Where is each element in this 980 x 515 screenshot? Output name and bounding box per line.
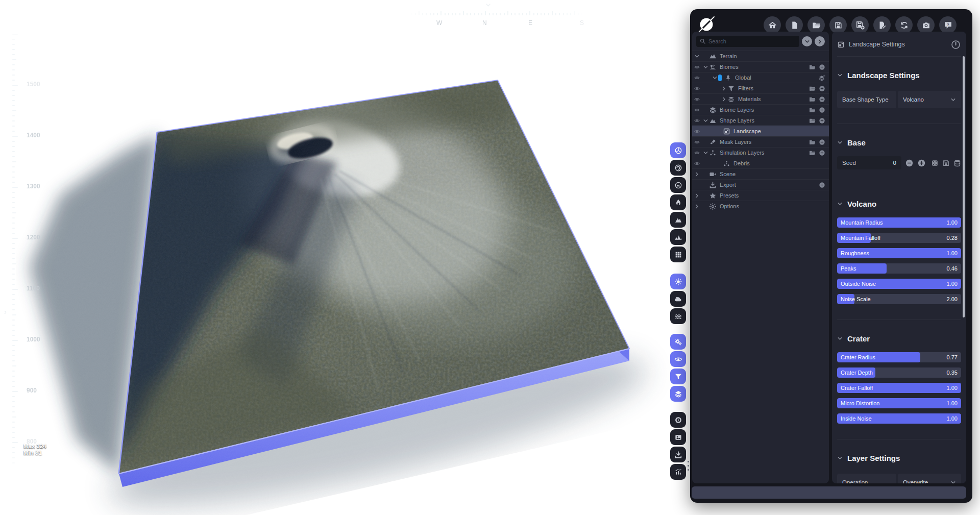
eye-toggle[interactable]: [692, 96, 702, 102]
panel-expand-chevron[interactable]: ›: [4, 307, 7, 316]
download-button[interactable]: [670, 447, 686, 462]
layers-add-button-icon[interactable]: [819, 75, 825, 81]
edit-file-button[interactable]: [873, 16, 891, 34]
save-button[interactable]: [829, 16, 847, 34]
folder-button-icon[interactable]: [809, 64, 816, 70]
panel-resize-handle[interactable]: [688, 461, 689, 471]
outliner-row-export[interactable]: Export: [692, 179, 829, 190]
view-wireframe-button[interactable]: [670, 160, 686, 176]
eye-toggle[interactable]: [692, 161, 702, 166]
outliner-row-scene[interactable]: Scene: [692, 168, 829, 179]
base-shape-type-dropdown[interactable]: Volcano: [898, 91, 961, 108]
seed-history-icon[interactable]: [953, 159, 961, 167]
filters-button[interactable]: [670, 369, 686, 384]
view-shaded-button[interactable]: [670, 142, 686, 158]
mountain-tool-button[interactable]: [670, 212, 686, 228]
chevron-slot[interactable]: [720, 96, 727, 102]
layers-button[interactable]: [670, 386, 686, 402]
screenshot-button[interactable]: [917, 16, 935, 34]
outliner-row-shape-layers[interactable]: Shape Layers: [692, 115, 829, 126]
operation-dropdown[interactable]: Overwrite: [898, 474, 961, 483]
save-seed-icon[interactable]: [942, 159, 950, 167]
home-button[interactable]: [764, 16, 781, 34]
outside-noise-slider[interactable]: Outside Noise1.00: [837, 279, 961, 289]
folder-button-icon[interactable]: [809, 85, 816, 92]
collapse-all-button[interactable]: [802, 36, 812, 46]
chevron-down-icon[interactable]: [837, 455, 843, 461]
outliner-row-debris[interactable]: Debris: [692, 158, 829, 168]
eye-toggle[interactable]: [692, 64, 702, 70]
folder-button-icon[interactable]: [809, 150, 816, 156]
chevron-slot[interactable]: [702, 150, 709, 156]
stats-button[interactable]: [670, 464, 686, 480]
snapshot-button[interactable]: [670, 429, 686, 445]
mountain-falloff-slider[interactable]: Mountain Falloff0.28: [837, 233, 961, 243]
decrement-button-icon[interactable]: [905, 159, 914, 167]
power-toggle-icon[interactable]: [950, 39, 961, 50]
add-button-icon[interactable]: [819, 96, 825, 103]
folder-button-icon[interactable]: [809, 117, 816, 124]
micro-distortion-slider[interactable]: Micro Distortion1.00: [837, 398, 961, 408]
add-button-icon[interactable]: [819, 107, 825, 113]
sun-toggle-button[interactable]: [670, 274, 686, 289]
randomize-icon[interactable]: [931, 159, 939, 167]
folder-button-icon[interactable]: [809, 96, 816, 103]
clouds-toggle-button[interactable]: [670, 291, 686, 307]
inspector-scrollbar[interactable]: [963, 56, 965, 317]
chevron-slot[interactable]: [702, 118, 709, 124]
add-button-icon[interactable]: [819, 117, 825, 124]
add-button-icon[interactable]: [819, 182, 825, 188]
outliner-row-simulation-layers[interactable]: Simulation Layers: [692, 147, 829, 158]
erosion-tool-button[interactable]: [670, 194, 686, 210]
help-button[interactable]: [939, 16, 957, 34]
folder-button-icon[interactable]: [809, 139, 816, 145]
outliner-row-presets[interactable]: Presets: [692, 190, 829, 201]
outliner-row-options[interactable]: Options: [692, 201, 829, 211]
inside-noise-slider[interactable]: Inside Noise1.00: [837, 413, 961, 424]
roughness-slider[interactable]: Roughness1.00: [837, 248, 961, 258]
eye-toggle[interactable]: [692, 75, 702, 81]
crater-radius-slider[interactable]: Crater Radius0.77: [837, 352, 961, 362]
noise-scale-slider[interactable]: Noise Scale2.00: [837, 294, 961, 304]
generators-button[interactable]: [670, 334, 686, 350]
eye-toggle[interactable]: [692, 107, 702, 113]
add-button-icon[interactable]: [819, 64, 825, 70]
search-next-button[interactable]: [815, 36, 825, 46]
add-button-icon[interactable]: [819, 150, 825, 156]
view-terrain-button[interactable]: [670, 177, 686, 193]
crater-depth-slider[interactable]: Crater Depth0.35: [837, 367, 961, 378]
outliner-row-materials[interactable]: Materials: [692, 93, 829, 104]
outliner-row-global[interactable]: Global: [692, 72, 829, 83]
water-toggle-button[interactable]: [670, 308, 686, 324]
chevron-slot[interactable]: [711, 75, 718, 81]
mountain-radius-slider[interactable]: Mountain Radius1.00: [837, 217, 961, 228]
crater-falloff-slider[interactable]: Crater Falloff1.00: [837, 383, 961, 393]
outliner-row-filters[interactable]: Filters: [692, 83, 829, 93]
outliner-row-landscape[interactable]: Landscape: [692, 126, 829, 136]
chevron-down-icon[interactable]: [837, 140, 843, 145]
search-input[interactable]: [696, 36, 799, 47]
open-project-button[interactable]: [807, 16, 825, 34]
outliner-row-biome-layers[interactable]: Biome Layers: [692, 104, 829, 115]
record-button[interactable]: [670, 412, 686, 428]
chevron-down-icon[interactable]: [837, 72, 843, 78]
add-button-icon[interactable]: [819, 85, 825, 92]
outliner-row-terrain[interactable]: Terrain: [692, 51, 829, 61]
eye-toggle[interactable]: [692, 86, 702, 91]
add-button-icon[interactable]: [819, 139, 825, 145]
chevron-slot[interactable]: [702, 64, 709, 70]
eye-toggle[interactable]: [692, 139, 702, 145]
save-as-button[interactable]: [851, 16, 869, 34]
eye-toggle[interactable]: [692, 150, 702, 156]
sync-button[interactable]: [895, 16, 913, 34]
increment-button-icon[interactable]: [917, 159, 926, 167]
folder-button-icon[interactable]: [809, 107, 816, 113]
grid-tool-button[interactable]: [670, 247, 686, 262]
new-file-button[interactable]: [786, 16, 803, 34]
chevron-down-icon[interactable]: [837, 201, 843, 207]
seed-field[interactable]: Seed0: [837, 156, 901, 169]
visibility-button[interactable]: [670, 351, 686, 367]
outliner-row-mask-layers[interactable]: Mask Layers: [692, 136, 829, 147]
compass[interactable]: WNES: [407, 4, 585, 27]
outliner-row-biomes[interactable]: Biomes: [692, 61, 829, 72]
